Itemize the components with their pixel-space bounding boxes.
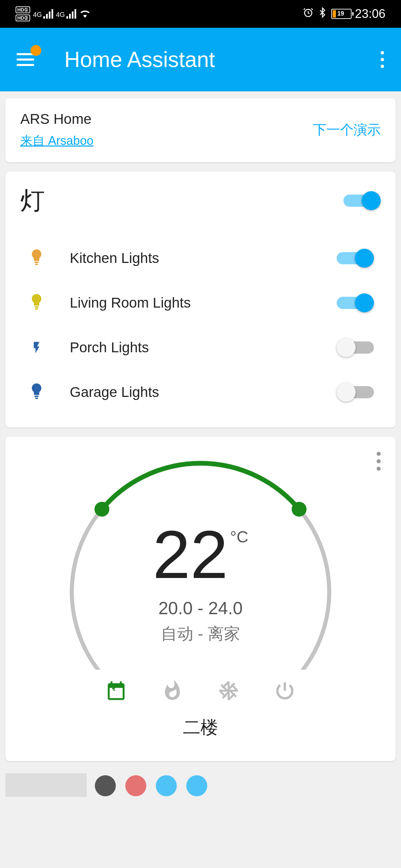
home-author-link[interactable]: 来自 Arsaboo [20, 133, 93, 149]
footer-indicators [95, 775, 207, 796]
status-time: 23:06 [355, 7, 385, 21]
mode-power-button[interactable] [273, 679, 297, 704]
bulb-icon [27, 293, 46, 313]
lights-master-switch[interactable] [343, 191, 381, 210]
svg-rect-4 [35, 308, 38, 310]
light-switch[interactable] [337, 383, 374, 402]
flash-icon [27, 337, 46, 358]
bulb-icon [27, 248, 46, 268]
phone-status-bar: HD① HD② 4G 4G 19 23:06 [0, 0, 401, 28]
battery-icon: 19 [331, 9, 352, 19]
snowflake-icon [217, 680, 240, 703]
svg-rect-5 [35, 396, 39, 397]
thermostat-gauge[interactable]: 22 °C 20.0 - 24.0 自动 - 离家 [62, 453, 339, 670]
footer-strip [5, 773, 87, 797]
light-row: Porch Lights [20, 325, 381, 370]
hamburger-icon [17, 53, 34, 66]
lights-heading: 灯 [20, 184, 45, 217]
wifi-icon [79, 7, 91, 21]
mode-fire-button[interactable] [160, 679, 185, 704]
thermostat-range: 20.0 - 24.0 [62, 598, 339, 618]
lights-card: 灯 Kitchen Lights Living Room Lights Porc… [5, 172, 396, 427]
menu-button[interactable] [14, 48, 37, 71]
svg-rect-1 [35, 262, 39, 263]
light-switch[interactable] [337, 338, 374, 357]
light-label[interactable]: Kitchen Lights [70, 250, 313, 266]
notification-dot-icon [30, 45, 41, 56]
light-label[interactable]: Living Room Lights [70, 295, 313, 311]
alarm-icon [303, 7, 314, 21]
light-row: Garage Lights [20, 370, 381, 415]
thermostat-temp: 22 [153, 521, 228, 588]
hd2-badge: HD② [16, 15, 30, 21]
more-menu-button[interactable] [377, 48, 387, 71]
light-switch[interactable] [337, 249, 374, 268]
thermostat-card: 22 °C 20.0 - 24.0 自动 - 离家 二楼 [5, 437, 396, 761]
svg-point-8 [292, 502, 307, 517]
light-row: Living Room Lights [20, 281, 381, 325]
light-label[interactable]: Porch Lights [70, 339, 313, 356]
signal-1: 4G [33, 9, 53, 19]
bluetooth-icon [317, 7, 328, 21]
mode-calendar-button[interactable] [104, 679, 128, 704]
svg-rect-2 [35, 264, 38, 265]
thermostat-status: 自动 - 离家 [62, 623, 339, 645]
calendar-icon [105, 680, 127, 703]
hd1-badge: HD① [16, 6, 30, 13]
thermostat-unit: °C [230, 528, 248, 546]
home-info-card: ARS Home 来自 Arsaboo 下一个演示 [5, 98, 396, 162]
light-row: Kitchen Lights [20, 236, 381, 281]
light-switch[interactable] [337, 293, 374, 312]
signal-2: 4G [56, 9, 76, 19]
power-icon [274, 680, 296, 703]
mode-snowflake-button[interactable] [216, 679, 241, 704]
fire-icon [161, 680, 184, 703]
svg-rect-6 [35, 398, 38, 399]
app-title: Home Assistant [64, 47, 377, 72]
bulb-icon [27, 382, 46, 402]
app-bar: Home Assistant [0, 28, 401, 91]
svg-point-7 [94, 502, 109, 517]
svg-rect-3 [35, 306, 39, 308]
light-label[interactable]: Garage Lights [70, 384, 313, 400]
next-demo-link[interactable]: 下一个演示 [313, 120, 381, 139]
home-title: ARS Home [20, 111, 93, 127]
thermostat-more-button[interactable] [377, 452, 381, 471]
thermostat-name: 二楼 [20, 716, 381, 739]
